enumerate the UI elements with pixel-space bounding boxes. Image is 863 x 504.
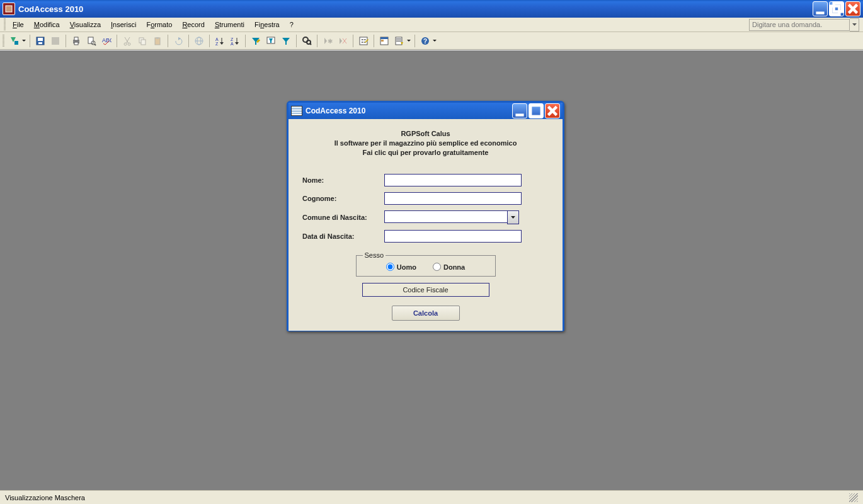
- input-nome[interactable]: [384, 174, 522, 186]
- toolbar-handle[interactable]: [3, 35, 4, 47]
- menu-modifica[interactable]: Modifica: [29, 20, 65, 30]
- paste-button: [151, 34, 164, 48]
- svg-rect-16: [74, 42, 78, 45]
- menubar-handle[interactable]: [4, 18, 6, 31]
- new-object-dropdown[interactable]: [406, 40, 411, 42]
- restore-button[interactable]: [829, 1, 844, 16]
- svg-marker-48: [324, 38, 327, 44]
- svg-marker-50: [340, 38, 342, 44]
- input-comune[interactable]: [384, 210, 507, 223]
- ask-dropdown-button[interactable]: [850, 18, 859, 32]
- form-close-button[interactable]: [545, 103, 560, 118]
- menu-inserisci[interactable]: Inserisci: [106, 20, 141, 30]
- svg-rect-8: [14, 41, 18, 45]
- svg-rect-65: [396, 41, 401, 42]
- comune-dropdown-button[interactable]: [507, 210, 519, 224]
- form-minimize-button[interactable]: [512, 103, 527, 118]
- menu-strumenti[interactable]: Strumenti: [210, 20, 249, 30]
- svg-marker-40: [235, 42, 239, 45]
- ad-banner[interactable]: RGPSoft Calus Il software per il magazzi…: [302, 129, 549, 158]
- database-window-button[interactable]: [377, 34, 391, 48]
- form-title: CodAccess 2010: [306, 106, 512, 115]
- menu-visualizza[interactable]: Visualizza: [65, 20, 106, 30]
- hyperlink-button: [192, 34, 206, 48]
- svg-marker-36: [220, 42, 224, 45]
- input-data[interactable]: [384, 230, 522, 243]
- input-cognome[interactable]: [384, 192, 522, 205]
- menu-formato[interactable]: Formato: [141, 20, 177, 30]
- svg-point-24: [128, 43, 130, 45]
- svg-text:Z: Z: [231, 37, 234, 42]
- menu-finestra[interactable]: Finestra: [249, 20, 285, 30]
- copy-button: [135, 34, 149, 48]
- svg-text:ABC: ABC: [102, 37, 111, 43]
- design-view-dropdown[interactable]: [21, 40, 26, 42]
- svg-text:?: ?: [423, 38, 427, 45]
- ad-line2: Il software per il magazzino più semplic…: [302, 139, 549, 148]
- menubar: File Modifica Visualizza Inserisci Forma…: [0, 18, 863, 32]
- ask-question-input[interactable]: [749, 19, 850, 31]
- svg-point-56: [362, 42, 363, 43]
- svg-marker-44: [282, 38, 290, 45]
- label-cognome: Cognome:: [302, 195, 384, 202]
- label-nome: Nome:: [302, 176, 384, 184]
- print-preview-button[interactable]: [84, 34, 98, 48]
- app-icon: [3, 3, 15, 15]
- undo-button: [171, 34, 185, 48]
- design-view-button[interactable]: [8, 34, 21, 48]
- statusbar: Visualizzazione Maschera: [0, 490, 863, 504]
- calcola-button[interactable]: Calcola: [392, 306, 460, 321]
- label-comune: Comune di Nascita:: [302, 214, 384, 221]
- print-button[interactable]: [69, 34, 83, 48]
- svg-marker-6: [852, 23, 857, 26]
- save-as-button: [49, 34, 62, 48]
- radio-uomo[interactable]: [386, 263, 394, 271]
- sesso-group: Sesso Uomo Donna: [356, 251, 496, 277]
- svg-line-19: [94, 44, 96, 45]
- radio-donna-label[interactable]: Donna: [433, 263, 465, 271]
- svg-rect-72: [530, 105, 542, 117]
- svg-marker-9: [22, 40, 26, 42]
- filter-selection-button[interactable]: [249, 34, 263, 48]
- form-window: CodAccess 2010 RGPSoft Calus Il software…: [287, 101, 564, 331]
- help-button[interactable]: ?: [418, 34, 432, 48]
- form-icon: [291, 106, 302, 116]
- resize-grip[interactable]: [849, 493, 858, 502]
- form-maximize-button[interactable]: [529, 103, 544, 118]
- svg-rect-13: [52, 37, 59, 45]
- svg-rect-28: [156, 37, 159, 39]
- filter-form-button[interactable]: [264, 34, 278, 48]
- new-object-button[interactable]: [392, 34, 406, 48]
- svg-rect-63: [396, 38, 401, 39]
- svg-text:✱: ✱: [328, 38, 333, 45]
- svg-rect-15: [74, 37, 78, 40]
- sort-desc-button[interactable]: ZA: [228, 34, 242, 48]
- ad-line3: Fai clic qui per provarlo gratuitamente: [302, 148, 549, 158]
- svg-rect-0: [6, 6, 12, 12]
- svg-text:A: A: [215, 37, 219, 42]
- svg-rect-12: [38, 42, 42, 44]
- delete-record-button: [336, 34, 350, 48]
- menu-file[interactable]: File: [8, 20, 29, 30]
- minimize-button[interactable]: [813, 1, 828, 16]
- menu-record[interactable]: Record: [177, 20, 209, 30]
- svg-text:A: A: [231, 42, 234, 46]
- cut-button: [120, 34, 134, 48]
- properties-button[interactable]: [357, 34, 370, 48]
- form-titlebar[interactable]: CodAccess 2010: [289, 103, 563, 119]
- close-button[interactable]: [845, 1, 860, 16]
- find-button[interactable]: [300, 34, 314, 48]
- toggle-filter-button[interactable]: [279, 34, 293, 48]
- spelling-button[interactable]: ABC: [100, 34, 113, 48]
- save-button[interactable]: [33, 34, 47, 48]
- radio-donna[interactable]: [433, 263, 441, 271]
- sort-asc-button[interactable]: AZ: [213, 34, 227, 48]
- radio-uomo-label[interactable]: Uomo: [386, 263, 416, 271]
- help-dropdown[interactable]: [432, 40, 437, 42]
- workspace: CodAccess 2010 RGPSoft Calus Il software…: [0, 50, 863, 490]
- status-text: Visualizzazione Maschera: [5, 494, 85, 501]
- toolbar: ABC AZ ZA ✱ ?: [0, 32, 863, 50]
- svg-rect-64: [396, 40, 401, 40]
- svg-marker-75: [511, 216, 515, 219]
- menu-help[interactable]: ?: [285, 20, 299, 30]
